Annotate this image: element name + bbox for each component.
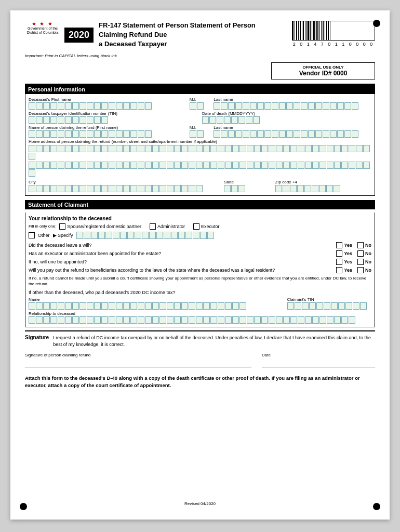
box[interactable] [72,145,79,152]
box[interactable] [327,145,334,152]
box[interactable] [29,302,35,310]
box[interactable] [145,185,152,192]
box[interactable] [247,145,254,152]
box[interactable] [105,232,112,239]
box[interactable] [113,232,119,239]
box[interactable] [181,145,188,152]
box[interactable] [225,145,232,152]
refund-yes-option[interactable]: Yes [336,267,352,273]
box[interactable] [50,185,57,192]
box[interactable] [58,316,64,324]
box[interactable] [225,316,232,324]
box[interactable] [29,316,35,324]
box[interactable] [286,102,293,110]
box[interactable] [327,316,334,324]
box[interactable] [203,316,210,324]
box[interactable] [196,302,203,310]
box[interactable] [72,102,79,110]
box[interactable] [189,316,195,324]
appoint-no-option[interactable]: No [357,259,371,265]
appoint-yes-checkbox[interactable] [336,259,342,265]
box[interactable] [116,145,123,152]
box[interactable] [224,116,231,124]
box[interactable] [116,162,123,169]
box[interactable] [269,162,275,169]
box[interactable] [283,162,290,169]
box[interactable] [341,145,348,152]
box[interactable] [145,130,152,138]
will-no-option[interactable]: No [357,242,371,248]
administrator-checkbox[interactable] [150,223,156,230]
box[interactable] [174,302,181,310]
box[interactable] [138,316,144,324]
box[interactable] [301,130,308,138]
box[interactable] [276,316,283,324]
box[interactable] [174,162,181,169]
box[interactable] [247,162,254,169]
box[interactable] [276,145,283,152]
box[interactable] [76,232,83,239]
box[interactable] [79,316,86,324]
executor-yes-checkbox[interactable] [336,250,342,257]
will-yes-checkbox[interactable] [336,242,342,248]
box[interactable] [214,130,220,138]
box[interactable] [94,145,101,152]
box[interactable] [29,153,35,160]
box[interactable] [228,130,235,138]
box[interactable] [330,102,337,110]
box[interactable] [196,185,203,192]
box[interactable] [145,302,152,310]
box[interactable] [298,145,304,152]
box[interactable] [181,162,188,169]
box[interactable] [190,130,196,138]
box[interactable] [43,302,50,310]
box[interactable] [218,162,224,169]
box[interactable] [238,185,245,192]
box[interactable] [152,302,159,310]
box[interactable] [203,162,210,169]
box[interactable] [202,116,209,124]
box[interactable] [250,102,257,110]
box[interactable] [297,185,304,192]
box[interactable] [65,145,72,152]
box[interactable] [290,316,297,324]
box[interactable] [243,130,249,138]
box[interactable] [29,162,35,169]
box[interactable] [334,162,341,169]
box[interactable] [207,232,214,239]
box[interactable] [203,145,210,152]
box[interactable] [120,232,127,239]
box[interactable] [327,162,334,169]
box[interactable] [43,185,50,192]
box[interactable] [324,302,330,310]
box[interactable] [189,162,195,169]
box[interactable] [130,102,137,110]
box[interactable] [283,185,289,192]
box[interactable] [50,162,57,169]
box[interactable] [349,162,355,169]
box[interactable] [276,162,283,169]
box[interactable] [337,130,344,138]
box[interactable] [167,185,174,192]
box[interactable] [43,116,50,124]
box[interactable] [84,232,90,239]
box[interactable] [130,185,137,192]
box[interactable] [181,316,188,324]
box[interactable] [349,316,355,324]
box[interactable] [130,302,137,310]
box[interactable] [138,185,144,192]
box[interactable] [123,316,130,324]
box[interactable] [269,145,275,152]
box[interactable] [352,130,358,138]
box[interactable] [239,302,246,310]
box[interactable] [167,302,174,310]
box[interactable] [264,130,271,138]
box[interactable] [305,145,312,152]
box[interactable] [279,102,286,110]
box[interactable] [189,302,195,310]
box[interactable] [345,302,352,310]
box[interactable] [130,316,137,324]
box[interactable] [301,102,308,110]
other-checkbox[interactable] [29,232,35,238]
box[interactable] [138,102,144,110]
